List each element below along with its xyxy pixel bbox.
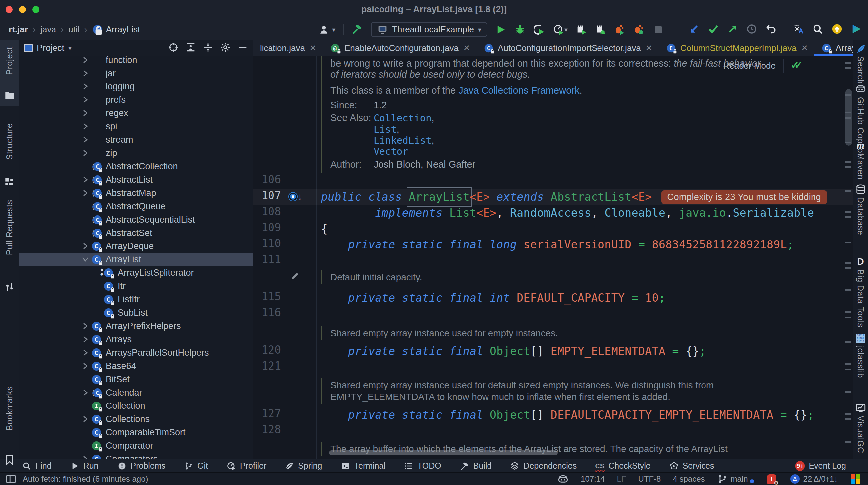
structure-icon[interactable] [0, 176, 19, 188]
tree-item-ComparableTimSort[interactable]: CComparableTimSort [19, 426, 253, 439]
tree-item-jar[interactable]: jar [19, 66, 253, 80]
status-widget[interactable] [557, 473, 568, 485]
tool-strip-structure[interactable]: Structure [0, 123, 19, 160]
status-widget-10714[interactable]: 107:14 [581, 474, 605, 484]
feather-icon[interactable] [853, 43, 868, 55]
status-widget-UTF-8[interactable]: UTF-8 [638, 474, 661, 484]
tool-strip-project[interactable]: Project [0, 47, 19, 75]
javadoc-link[interactable]: LinkedList [374, 135, 432, 146]
maven-m-icon[interactable]: m [853, 140, 868, 151]
chevron-right-icon[interactable] [81, 175, 90, 184]
chevron-right-icon[interactable] [81, 135, 90, 144]
tree-item-spi[interactable]: spi [19, 120, 253, 133]
user-menu[interactable]: ▾ [319, 24, 335, 35]
upload-button[interactable] [832, 23, 843, 36]
status-widget[interactable] [850, 473, 861, 485]
tree-item-Calendar[interactable]: (CCalendar [19, 386, 253, 399]
tool-window-button-event-log[interactable]: 9+Event Log [795, 461, 846, 471]
tool-window-button-find[interactable]: Find [22, 461, 52, 471]
pull-requests-icon[interactable] [0, 281, 19, 293]
tool-strip-maven[interactable]: Maven [853, 153, 868, 180]
history-button[interactable] [746, 23, 757, 36]
chevron-right-icon[interactable] [81, 455, 90, 459]
tree-item-Comparator[interactable]: IComparator [19, 439, 253, 452]
tree-item-SubList[interactable]: CSubList [19, 306, 253, 319]
close-tab-icon[interactable]: ✕ [801, 43, 808, 53]
search-button[interactable] [812, 23, 824, 36]
code-line-106[interactable]: 106 [253, 173, 853, 189]
tree-item-stream[interactable]: stream [19, 133, 253, 146]
tree-item-Collection[interactable]: ICollection [19, 399, 253, 412]
chevron-right-icon[interactable] [81, 95, 90, 104]
tool-window-button-build[interactable]: Build [460, 461, 492, 471]
javadoc-link[interactable]: List [374, 124, 397, 135]
breadcrumb-item[interactable]: java [40, 24, 56, 35]
tool-strip-jclasslib[interactable]: jclasslib [853, 346, 868, 378]
chevron-right-icon[interactable] [81, 242, 90, 251]
code-line-121[interactable]: 121 [253, 359, 853, 375]
tree-item-AbstractMap[interactable]: (CAbstractMap [19, 186, 253, 200]
code-line-128[interactable]: 128 [253, 423, 853, 439]
tool-window-button-profiler[interactable]: Profiler [227, 461, 266, 471]
tool-window-button-services[interactable]: Services [669, 461, 714, 471]
close-tab-icon[interactable]: ✕ [463, 43, 470, 53]
collapse-all-button[interactable] [203, 41, 214, 54]
code-line-120[interactable]: 120 private static final Object[] EMPTY_… [253, 343, 853, 359]
tool-strip-database[interactable]: Database [853, 197, 868, 235]
editor-tab-ColumnStructMapperImpl.java[interactable]: CColumnStructMapperImpl.java✕ [659, 40, 814, 56]
tree-item-ArrayDeque[interactable]: CArrayDeque [19, 239, 253, 253]
profile-button[interactable]: ▾ [553, 24, 567, 35]
status-widget[interactable]: !⚙ [766, 473, 777, 485]
editor-tab-lication.java[interactable]: lication.java✕ [253, 40, 323, 56]
pencil-icon[interactable] [290, 271, 301, 281]
chevron-right-icon[interactable] [81, 335, 90, 344]
vcs-update-button[interactable] [688, 23, 700, 36]
tool-window-button-run[interactable]: Run [70, 461, 99, 471]
tree-item-ArrayListSpliterator[interactable]: ◆◆CArrayListSpliterator [19, 266, 253, 279]
chevron-right-icon[interactable] [81, 69, 90, 78]
tool-window-button-spring[interactable]: Spring [285, 461, 322, 471]
jclasslib-icon[interactable]: 10011011011101000111 [853, 333, 868, 344]
code-line-108[interactable]: 108 implements List<E>, RandomAccess, Cl… [253, 205, 853, 221]
editor-tab-AutoConfigurationImportSelector.java[interactable]: CAutoConfigurationImportSelector.java✕ [476, 40, 659, 56]
gear-button[interactable] [220, 41, 231, 54]
chevron-right-icon[interactable] [81, 348, 90, 357]
tree-item-Comparators[interactable]: CComparators [19, 452, 253, 459]
tree-item-ArrayList[interactable]: CArrayList [19, 253, 253, 266]
tree-item-AbstractCollection[interactable]: (CAbstractCollection [19, 160, 253, 173]
debug-button[interactable] [515, 24, 526, 35]
bookmarks-icon[interactable] [0, 454, 19, 466]
javadoc-link[interactable]: Vector [374, 146, 408, 157]
chevron-right-icon[interactable] [81, 122, 90, 131]
horizontal-scrollbar[interactable] [329, 450, 558, 455]
tree-item-function[interactable]: function [19, 56, 253, 66]
implemented-marker-icon[interactable]: ↓ [289, 191, 302, 202]
code-line-110[interactable]: 110 private static final long serialVers… [253, 237, 853, 253]
tree-item-AbstractList[interactable]: (CAbstractList [19, 173, 253, 186]
tree-item-ArrayPrefixHelpers[interactable]: CArrayPrefixHelpers [19, 319, 253, 333]
close-tab-icon[interactable]: ✕ [310, 43, 316, 53]
plugin-teal-button[interactable] [851, 23, 862, 36]
tree-item-prefs[interactable]: prefs [19, 93, 253, 107]
tree-item-regex[interactable]: regex [19, 107, 253, 120]
run-configuration-select[interactable]: ThreadLocalExample▾ [371, 22, 487, 37]
breadcrumb-item[interactable]: CArrayList [92, 24, 140, 35]
breadcrumb[interactable]: rt.jar›java›util›CArrayList [0, 24, 140, 35]
tool-window-button-problems[interactable]: Problems [117, 461, 166, 471]
close-tab-icon[interactable]: ✕ [646, 43, 652, 53]
tree-item-zip[interactable]: zip [19, 146, 253, 160]
code-line-107[interactable]: 107↓public class ArrayList<E> extends Ab… [253, 189, 853, 205]
status-widget-22[interactable]: Δ22 Δ/0↑1↓ [789, 473, 838, 485]
chevron-down-icon[interactable] [81, 255, 90, 264]
minimize-button[interactable] [237, 41, 248, 54]
layout-grid-icon[interactable] [5, 473, 17, 485]
chevron-right-icon[interactable] [81, 388, 90, 397]
expand-all-button[interactable] [185, 41, 196, 54]
chevron-right-icon[interactable] [81, 56, 90, 64]
tree-item-AbstractQueue[interactable]: (CAbstractQueue [19, 200, 253, 213]
code-line-111[interactable]: 111 [253, 253, 853, 269]
flame-run-button[interactable] [614, 24, 625, 35]
copilot-icon[interactable] [853, 83, 868, 94]
code-line-127[interactable]: 127 private static final Object[] DEFAUL… [253, 407, 853, 423]
tool-strip-pull-requests[interactable]: Pull Requests [0, 200, 19, 255]
